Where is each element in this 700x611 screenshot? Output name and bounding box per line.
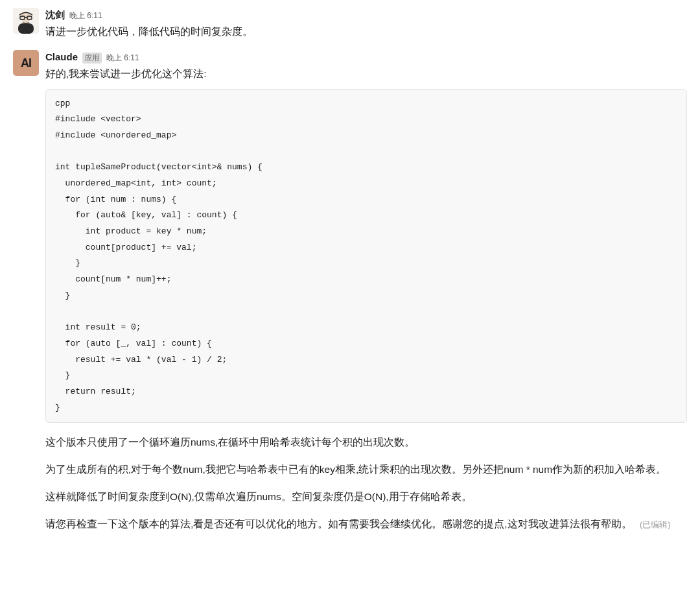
message-text: 好的,我来尝试进一步优化这个算法: cpp #include <vector> … [45, 66, 687, 533]
avatar-claude[interactable]: AI [13, 50, 39, 76]
sender-name[interactable]: 沈剑 [45, 8, 65, 23]
message-text: 请进一步优化代码，降低代码的时间复杂度。 [45, 24, 687, 40]
edited-label: (已编辑) [640, 520, 671, 529]
message-body-claude: Claude 应用 晚上 6:11 好的,我来尝试进一步优化这个算法: cpp … [45, 50, 687, 544]
explanation-para-3: 请您再检查一下这个版本的算法,看是否还有可以优化的地方。如有需要我会继续优化。感… [45, 516, 687, 532]
message-claude: AI Claude 应用 晚上 6:11 好的,我来尝试进一步优化这个算法: c… [13, 47, 687, 549]
timestamp[interactable]: 晚上 6:11 [69, 10, 102, 21]
avatar-claude-text: AI [21, 54, 31, 72]
intro-text: 好的,我来尝试进一步优化这个算法: [45, 66, 687, 82]
explanation-text-3: 请您再检查一下这个版本的算法,看是否还有可以优化的地方。如有需要我会继续优化。感… [45, 518, 632, 529]
message-user: 沈剑 晚上 6:11 请进一步优化代码，降低代码的时间复杂度。 [13, 5, 687, 47]
timestamp[interactable]: 晚上 6:11 [106, 52, 139, 64]
explanation-para-2: 这样就降低了时间复杂度到O(N),仅需单次遍历nums。空间复杂度仍是O(N),… [45, 489, 687, 505]
app-badge: 应用 [82, 53, 102, 63]
code-block[interactable]: cpp #include <vector> #include <unordere… [45, 89, 687, 424]
explanation-para-0: 这个版本只使用了一个循环遍历nums,在循环中用哈希表统计每个积的出现次数。 [45, 435, 687, 450]
message-header: Claude 应用 晚上 6:11 [45, 50, 687, 65]
svg-rect-2 [18, 23, 34, 34]
sender-name[interactable]: Claude [45, 50, 78, 65]
message-header: 沈剑 晚上 6:11 [45, 8, 687, 23]
avatar-user[interactable] [13, 8, 39, 34]
explanation-para-1: 为了生成所有的积,对于每个数num,我把它与哈希表中已有的key相乘,统计乘积的… [45, 462, 687, 477]
message-body-user: 沈剑 晚上 6:11 请进一步优化代码，降低代码的时间复杂度。 [45, 8, 687, 42]
avatar-user-image [13, 8, 39, 34]
user-request-text: 请进一步优化代码，降低代码的时间复杂度。 [45, 24, 687, 40]
